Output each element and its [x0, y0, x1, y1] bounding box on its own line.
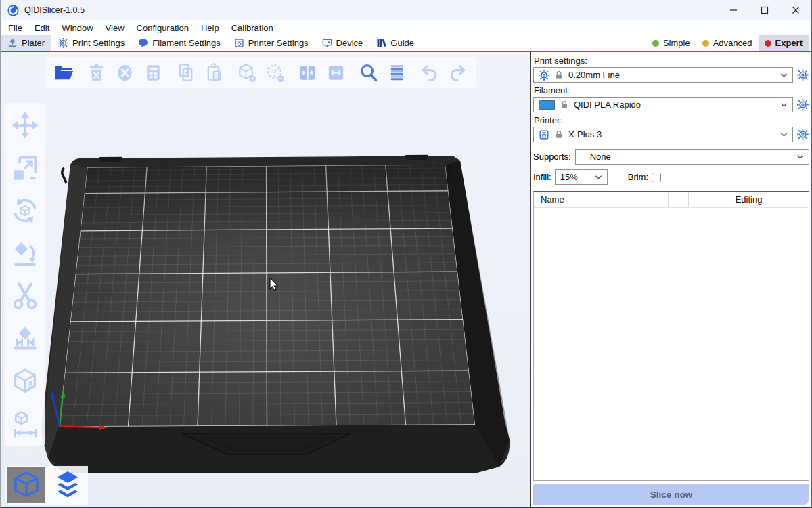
delete-all-icon	[114, 62, 135, 83]
arrange-icon	[143, 62, 164, 83]
print-settings-value: 0.20mm Fine	[568, 70, 775, 80]
delete-button[interactable]	[83, 59, 110, 87]
mode-switcher: Simple Advanced Expert	[646, 35, 811, 51]
minimize-button[interactable]	[718, 0, 749, 20]
advanced-dot-icon	[702, 40, 709, 47]
print-settings-combo[interactable]: 0.20mm Fine	[533, 67, 793, 83]
menu-view[interactable]: View	[99, 23, 131, 33]
place-on-face-button[interactable]	[9, 238, 41, 269]
expert-dot-icon	[765, 40, 771, 47]
split-to-parts-button[interactable]	[322, 59, 350, 87]
variable-layer-height-button[interactable]	[383, 59, 411, 87]
object-list-header: Name Editing	[534, 192, 809, 208]
copy-icon	[175, 62, 196, 83]
gear-icon	[539, 70, 549, 81]
gear-icon	[797, 129, 809, 140]
left-toolbar	[5, 103, 45, 446]
delete-icon	[86, 62, 107, 83]
3d-editor-view-button[interactable]	[7, 467, 45, 503]
filament-value: QIDI PLA Rapido	[574, 100, 775, 110]
infill-label: Infill:	[533, 172, 551, 182]
split-to-objects-button[interactable]	[294, 59, 321, 87]
chevron-down-icon	[595, 175, 602, 180]
chevron-down-icon	[780, 102, 788, 108]
menu-file[interactable]: File	[2, 23, 28, 33]
tab-plater[interactable]: Plater	[1, 35, 51, 51]
tab-filament-settings[interactable]: Filament Settings	[131, 35, 227, 51]
simple-dot-icon	[652, 40, 659, 47]
maximize-button[interactable]	[749, 0, 780, 20]
undo-button[interactable]	[415, 59, 443, 87]
column-name: Name	[534, 192, 668, 207]
preview-view-button[interactable]	[48, 467, 87, 503]
brim-checkbox[interactable]	[652, 173, 661, 182]
settings-sidebar: Print settings: 0.20mm Fine Filament: QI…	[530, 52, 811, 508]
open-button[interactable]	[50, 59, 78, 87]
app-logo-icon	[7, 5, 19, 16]
view-toggles	[5, 466, 88, 505]
remove-instance-button[interactable]	[261, 59, 289, 87]
device-icon	[322, 38, 332, 48]
scale-button[interactable]	[9, 152, 41, 184]
menu-configuration[interactable]: Configuration	[131, 23, 195, 33]
menu-edit[interactable]: Edit	[28, 23, 55, 33]
tab-guide[interactable]: Guide	[369, 35, 421, 51]
tab-print-settings[interactable]: Print Settings	[51, 35, 131, 51]
supports-combo[interactable]: None	[575, 149, 809, 165]
mouse-cursor	[269, 278, 278, 291]
printer-edit-button[interactable]	[796, 127, 809, 142]
chevron-down-icon	[780, 132, 788, 137]
filament-combo[interactable]: QIDI PLA Rapido	[533, 97, 793, 112]
object-list-body[interactable]	[534, 208, 809, 480]
gear-icon	[797, 99, 809, 110]
redo-button[interactable]	[444, 59, 472, 87]
search-button[interactable]	[355, 59, 382, 87]
preview-view-icon	[51, 470, 85, 501]
copy-button[interactable]	[172, 59, 200, 87]
paint-supports-button[interactable]	[9, 323, 41, 354]
supports-label: Supports:	[533, 152, 571, 162]
printer-value: X-Plus 3	[568, 129, 775, 140]
cut-button[interactable]	[9, 280, 41, 312]
filament-icon	[138, 38, 148, 48]
tab-device[interactable]: Device	[315, 35, 370, 51]
chevron-down-icon	[796, 154, 804, 160]
3d-viewport[interactable]	[1, 52, 530, 508]
measure-button[interactable]	[9, 408, 41, 440]
menu-window[interactable]: Window	[55, 23, 99, 33]
remove-instance-icon	[265, 62, 286, 83]
plater-icon	[7, 38, 18, 48]
mode-advanced[interactable]: Advanced	[696, 35, 759, 51]
scale-icon	[10, 153, 40, 183]
paste-icon	[204, 62, 225, 83]
move-button[interactable]	[9, 110, 41, 141]
redo-icon	[447, 62, 468, 83]
rotate-button[interactable]	[9, 195, 41, 226]
close-button[interactable]	[780, 0, 811, 20]
printer-icon	[539, 129, 549, 140]
add-instance-icon	[236, 62, 257, 83]
add-instance-button[interactable]	[233, 59, 261, 87]
filament-edit-button[interactable]	[796, 98, 809, 112]
mode-simple[interactable]: Simple	[646, 35, 696, 51]
mode-expert[interactable]: Expert	[759, 35, 809, 51]
undo-icon	[419, 62, 440, 83]
arrange-button[interactable]	[139, 59, 167, 87]
chevron-down-icon	[780, 72, 788, 78]
menu-calibration[interactable]: Calibration	[225, 23, 279, 33]
variable-layer-height-icon	[386, 62, 407, 83]
paste-button[interactable]	[200, 59, 228, 87]
printer-combo[interactable]: X-Plus 3	[533, 127, 793, 142]
tab-printer-settings[interactable]: Printer Settings	[227, 35, 315, 51]
print-settings-edit-button[interactable]	[796, 68, 809, 83]
move-icon	[10, 110, 40, 140]
menu-help[interactable]: Help	[195, 23, 225, 33]
tab-bar: Plater Print Settings Filament Settings …	[1, 35, 811, 52]
seam-painting-button[interactable]	[9, 366, 41, 397]
paint-supports-icon	[10, 324, 40, 354]
delete-all-button[interactable]	[111, 59, 139, 87]
top-toolbar	[46, 57, 476, 88]
slice-now-button[interactable]: Slice now	[533, 484, 809, 505]
supports-value: None	[581, 152, 792, 162]
infill-combo[interactable]: 15%	[555, 169, 608, 185]
